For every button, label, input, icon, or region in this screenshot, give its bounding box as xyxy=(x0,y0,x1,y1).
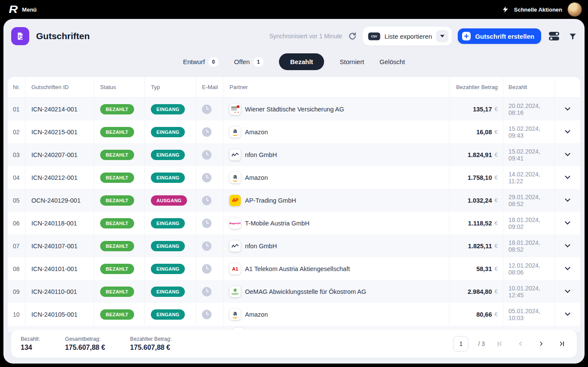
export-dropdown-button[interactable] xyxy=(436,30,448,42)
tab-entwurf[interactable]: Entwurf 0 xyxy=(183,57,219,67)
chevron-down-icon[interactable] xyxy=(565,242,570,247)
partner-logo xyxy=(230,286,241,297)
credit-note-id: ICN-240212-001 xyxy=(25,166,94,189)
table-row[interactable]: 06 ICN-240118-001 BEZAHLT EINGANG T-Mobi… xyxy=(8,212,580,234)
currency-symbol: € xyxy=(494,265,498,272)
summary-footer: Bezahlt: 134 Gesamtbetrag: 175.607,88 € … xyxy=(11,330,577,358)
quick-actions-button[interactable]: Schnelle Aktionen xyxy=(514,6,562,13)
currency-symbol: € xyxy=(494,220,498,226)
paid-date: 18.01.2024, 08:52 xyxy=(503,234,554,257)
row-number: 03 xyxy=(8,143,25,166)
table-row[interactable]: 07 ICN-240107-001 BEZAHLT EINGANG nfon G… xyxy=(8,234,580,257)
partner-logo xyxy=(230,172,241,183)
status-badge: BEZAHLT xyxy=(100,309,134,320)
partner-logo xyxy=(230,309,241,320)
create-credit-note-label: Gutschrift erstellen xyxy=(475,33,534,40)
page-total: / 3 xyxy=(478,340,485,347)
chevron-down-icon[interactable] xyxy=(565,173,570,179)
first-page-button[interactable] xyxy=(494,340,505,347)
paid-amount: 1.118,52 xyxy=(468,220,492,227)
menu-button[interactable]: Menü xyxy=(22,6,37,13)
row-number: 07 xyxy=(8,234,25,257)
tab-count-badge: 0 xyxy=(208,57,219,67)
table-row[interactable]: 10 ICN-240105-001 BEZAHLT EINGANG Amazon… xyxy=(8,303,580,326)
chevron-down-icon[interactable] xyxy=(565,128,570,133)
credit-note-id: ICN-240214-001 xyxy=(25,98,94,120)
partner-logo xyxy=(230,149,241,160)
table-row[interactable]: 08 ICN-240101-001 BEZAHLT EINGANG A1 Tel… xyxy=(8,257,580,280)
table-body: 01 ICN-240214-001 BEZAHLT EINGANG Wiener… xyxy=(8,98,580,326)
tab-geloescht[interactable]: Gelöscht xyxy=(380,58,405,65)
currency-symbol: € xyxy=(494,197,498,204)
partner-logo xyxy=(230,218,241,229)
chevron-down-icon xyxy=(440,35,444,37)
clock-icon xyxy=(202,196,211,205)
paid-amount: 58,31 xyxy=(476,265,492,272)
status-badge: BEZAHLT xyxy=(100,218,134,228)
clock-icon xyxy=(202,219,211,228)
row-number: 02 xyxy=(8,120,25,143)
app-logo[interactable]: R xyxy=(9,3,16,15)
paid-amount: 135,17 xyxy=(473,106,492,113)
col-expand xyxy=(554,77,580,97)
currency-symbol: € xyxy=(494,288,498,295)
table-header: Nr. Gutschriften ID Status Typ E-Mail Pa… xyxy=(8,77,580,98)
clock-icon xyxy=(202,264,211,274)
table-row[interactable]: 05 OCN-240129-001 BEZAHLT AUSGANG AP-Tra… xyxy=(8,189,580,212)
paid-date: 12.01.2024, 08:06 xyxy=(503,257,554,280)
table-row[interactable]: 02 ICN-240215-001 BEZAHLT EINGANG Amazon… xyxy=(8,120,580,143)
col-id: Gutschriften ID xyxy=(25,77,94,97)
filter-icon[interactable] xyxy=(569,32,577,40)
refresh-icon[interactable] xyxy=(348,32,357,40)
status-badge: BEZAHLT xyxy=(100,264,134,274)
clock-icon xyxy=(202,287,211,296)
plus-icon xyxy=(462,32,471,40)
credit-note-module-icon xyxy=(11,27,29,45)
topbar: R Menü Schnelle Aktionen xyxy=(0,0,588,19)
export-list-button[interactable]: CSV Liste exportieren xyxy=(363,27,452,46)
paid-amount: 80,66 xyxy=(476,311,492,318)
col-typ: Typ xyxy=(144,77,196,97)
chevron-down-icon[interactable] xyxy=(565,310,570,316)
status-badge: BEZAHLT xyxy=(100,127,134,137)
table-row[interactable]: 04 ICN-240212-001 BEZAHLT EINGANG Amazon… xyxy=(8,166,580,189)
table-row[interactable]: 03 ICN-240207-001 BEZAHLT EINGANG nfon G… xyxy=(8,143,580,166)
main-panel: Gutschriften Synchronisiert vor 1 Minute… xyxy=(3,19,585,364)
current-page-input[interactable]: 1 xyxy=(453,336,469,352)
currency-symbol: € xyxy=(494,129,498,135)
chevron-down-icon[interactable] xyxy=(565,265,570,270)
credit-note-id: OCN-240129-001 xyxy=(25,189,94,212)
paid-date: 29.01.2024, 08:52 xyxy=(503,189,554,212)
partner-name: Amazon xyxy=(245,311,268,318)
row-number: 09 xyxy=(8,280,25,303)
clock-icon xyxy=(202,241,211,251)
credit-note-id: ICN-240105-001 xyxy=(25,303,94,326)
tab-storniert[interactable]: Storniert xyxy=(340,58,364,65)
table-row[interactable]: 01 ICN-240214-001 BEZAHLT EINGANG Wiener… xyxy=(8,98,580,120)
currency-symbol: € xyxy=(494,243,498,249)
previous-page-button[interactable] xyxy=(515,341,526,347)
status-badge: BEZAHLT xyxy=(100,241,134,251)
create-credit-note-button[interactable]: Gutschrift erstellen xyxy=(458,28,541,44)
avatar[interactable] xyxy=(567,2,582,17)
column-settings-icon[interactable] xyxy=(549,31,560,41)
csv-icon: CSV xyxy=(369,33,379,40)
chevron-down-icon[interactable] xyxy=(565,287,570,293)
partner-logo xyxy=(230,241,241,252)
tab-bezahlt[interactable]: Bezahlt xyxy=(279,53,324,70)
last-page-button[interactable] xyxy=(556,340,567,347)
chevron-down-icon[interactable] xyxy=(565,196,570,202)
paid-date: 14.02.2024, 11:22 xyxy=(503,166,554,189)
chevron-down-icon[interactable] xyxy=(565,219,570,225)
partner-name: AP-Trading GmbH xyxy=(245,197,296,204)
partner-name: Wiener Städtische Versicherung AG xyxy=(245,106,344,113)
table-row[interactable]: 09 ICN-240110-001 BEZAHLT EINGANG OeMAG … xyxy=(8,280,580,303)
stat-paid-amount: Bezahlter Betrag: 175.607,88 € xyxy=(130,336,172,352)
tab-offen[interactable]: Offen 1 xyxy=(234,57,263,67)
chevron-down-icon[interactable] xyxy=(565,105,570,111)
currency-symbol: € xyxy=(494,311,498,318)
stat-total-amount: Gesamtbetrag: 175.607,88 € xyxy=(65,336,105,352)
next-page-button[interactable] xyxy=(536,341,547,347)
paid-date: 15.02.2024, 09:43 xyxy=(503,120,554,143)
chevron-down-icon[interactable] xyxy=(565,151,570,156)
